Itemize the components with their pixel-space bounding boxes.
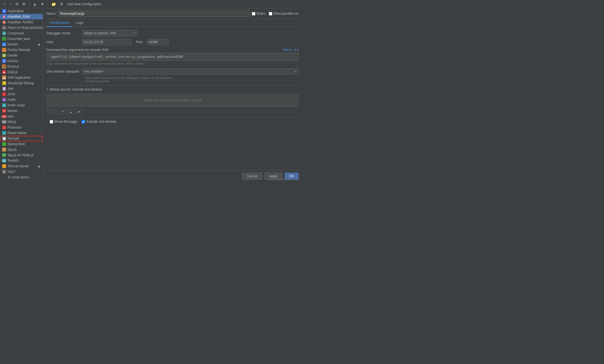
sidebar-item-remote[interactable]: ⬜Remote: [0, 136, 43, 141]
sidebar-item-javascript-debug[interactable]: JSJavaScript Debug: [0, 80, 43, 86]
remove-config-btn[interactable]: −: [8, 1, 13, 7]
host-port-row: Host: Port:: [46, 39, 299, 45]
sidebar-item-label-docker: Docker: [7, 42, 18, 46]
sidebar-item-maven[interactable]: mMaven: [0, 108, 43, 114]
share-label[interactable]: Share: [252, 12, 265, 16]
groovy-icon: G: [2, 59, 6, 63]
sidebar-item-protractor[interactable]: ⬡Protractor: [0, 125, 43, 130]
settings-btn[interactable]: ⚙: [21, 1, 27, 7]
main-content: AApplication🎯Arquillian JUnit🎯Arquillian…: [0, 8, 302, 182]
before-launch-remove-btn[interactable]: −: [53, 109, 59, 114]
spy-js-node-icon: 🔍: [2, 153, 6, 157]
sidebar-item-label-application: Application: [7, 9, 24, 13]
debugger-mode-row: Debugger mode: Attach to remote JVM: [46, 30, 299, 36]
parallel-checkbox[interactable]: [269, 12, 272, 16]
sidebar-item-label-arquillian-junit: Arquillian JUnit: [7, 15, 30, 19]
footer: Cancel Apply OK: [43, 170, 302, 182]
nwjs-icon: NW: [2, 120, 6, 124]
jdk-link[interactable]: JDK 5 – 8 ▾: [283, 48, 299, 52]
sidebar-item-firefox-remote[interactable]: 🦊Firefox Remote: [0, 47, 43, 53]
sidebar-item-label-kotlin: Kotlin: [7, 98, 16, 102]
module-select[interactable]: <no module>: [82, 68, 299, 75]
parallel-label[interactable]: Allow parallel run: [269, 12, 299, 16]
down-btn[interactable]: ▼: [39, 1, 45, 7]
sidebar-item-gruntjs[interactable]: 🐗Grunt.js: [0, 64, 43, 69]
bottom-options: Show this page Activate tool window: [46, 117, 299, 124]
up-btn[interactable]: ▲: [32, 1, 38, 7]
sidebar-item-groovy[interactable]: GGroovy: [0, 58, 43, 64]
sidebar-item-label-compound: Compound: [7, 31, 24, 35]
sidebar-item-react-native[interactable]: ⚛React Native: [0, 130, 43, 136]
sidebar-item-spy-js[interactable]: 🔍Spy-js: [0, 147, 43, 152]
show-page-checkbox[interactable]: [50, 120, 53, 124]
sidebar-item-application[interactable]: AApplication: [0, 8, 43, 14]
sidebar-item-tomcat-server[interactable]: 🐱Tomcat Server▶: [0, 163, 43, 169]
arquillian-junit-icon: 🎯: [2, 15, 6, 19]
sidebar-item-label-cucumber-java: Cucumber java: [7, 37, 30, 41]
tab-logs[interactable]: Logs: [73, 19, 87, 27]
sidebar-item-jest[interactable]: 🃏Jest: [0, 86, 43, 91]
folder-btn[interactable]: 📁: [50, 1, 57, 7]
sidebar-item-kotlin-script[interactable]: KKotlin script: [0, 102, 43, 108]
gruntjs-icon: 🐗: [2, 65, 6, 68]
toolbar: + − ⧉ ⚙ ▲ ▼ 📁 ⇅ Add New Configuration: [0, 0, 302, 8]
sidebar-item-nwjs[interactable]: NWNW.js: [0, 119, 43, 125]
cmd-label: Command line arguments for remote JVM:: [46, 48, 109, 52]
sidebar-item-testng[interactable]: NGTestNG: [0, 158, 43, 163]
sidebar-item-jar-application[interactable]: ☕JAR Application: [0, 75, 43, 80]
before-launch-up-btn[interactable]: ▲: [67, 109, 74, 114]
name-input[interactable]: [58, 11, 249, 17]
sidebar-item-npm[interactable]: npmnpm: [0, 114, 43, 119]
gradle-icon: 🐘: [2, 53, 6, 57]
cucumber-java-icon: 🥒: [2, 37, 6, 41]
cancel-button[interactable]: Cancel: [242, 173, 262, 180]
sidebar-item-docker[interactable]: 🐳Docker▶: [0, 42, 43, 47]
sidebar-item-kotlin[interactable]: KKotlin: [0, 97, 43, 102]
host-input[interactable]: [82, 39, 132, 45]
sidebar-item-label-spring-boot: Spring Boot: [7, 142, 25, 146]
debugger-mode-select[interactable]: Attach to remote JVM: [82, 30, 137, 36]
tab-configuration[interactable]: Configuration: [46, 19, 73, 27]
share-checkbox[interactable]: [252, 12, 255, 16]
sidebar-item-attach-nodejs[interactable]: ⬡Attach to Node.js/Chrome: [0, 25, 43, 30]
activate-window-checkbox[interactable]: [82, 120, 85, 124]
sidebar-item-label-maven: Maven: [7, 109, 17, 113]
sidebar-item-label-xslt: XSLT: [7, 170, 16, 174]
remote-icon: ⬜: [2, 137, 6, 140]
before-launch-down-btn[interactable]: ▼: [75, 109, 82, 114]
npm-icon: npm: [2, 114, 6, 118]
sidebar-item-cucumber-java[interactable]: 🥒Cucumber java: [0, 36, 43, 42]
sort-btn[interactable]: ⇅: [59, 1, 64, 7]
sidebar-item-label-kotlin-script: Kotlin script: [7, 103, 25, 107]
attach-nodejs-icon: ⬡: [2, 26, 6, 30]
show-page-label[interactable]: Show this page: [50, 120, 77, 124]
before-launch-header[interactable]: ▼ Before launch: Activate tool window: [46, 88, 299, 91]
sidebar-item-gradle[interactable]: 🐘Gradle: [0, 53, 43, 58]
tab-content: Debugger mode: Attach to remote JVM Host…: [43, 27, 302, 170]
arquillian-testng-icon: 🎯: [2, 20, 6, 24]
add-config-btn[interactable]: +: [2, 1, 7, 7]
sidebar-item-arquillian-testng[interactable]: 🎯Arquillian TestNG: [0, 19, 43, 25]
copy-config-btn[interactable]: ⧉: [14, 1, 19, 7]
before-launch-edit-btn[interactable]: ✎: [60, 109, 66, 114]
sidebar-item-arquillian-junit[interactable]: 🎯Arquillian JUnit: [0, 14, 43, 19]
module-classpath-row: Use module classpath: <no module>: [46, 68, 299, 75]
sidebar-item-spring-boot[interactable]: 🌿Spring Boot: [0, 141, 43, 147]
sidebar-item-label-arquillian-testng: Arquillian TestNG: [7, 20, 33, 24]
docker-arrow: ▶: [38, 43, 40, 46]
port-input[interactable]: [146, 39, 169, 45]
sidebar-item-spy-js-node[interactable]: 🔍Spy-js for Node.js: [0, 152, 43, 158]
activate-window-label[interactable]: Activate tool window: [82, 120, 116, 124]
sidebar-item-more-items[interactable]: 31 more items...: [0, 175, 43, 180]
tomcat-server-icon: 🐱: [2, 164, 6, 168]
sidebar-item-label-jest: Jest: [7, 87, 14, 91]
before-launch-add-btn[interactable]: +: [46, 109, 52, 114]
sidebar-item-compound[interactable]: ⊞Compound: [0, 30, 43, 36]
sidebar-item-label-firefox-remote: Firefox Remote: [7, 48, 30, 52]
sidebar-item-gulpjs[interactable]: ◆Gulp.js: [0, 69, 43, 75]
sidebar-item-label-more-items: 31 more items...: [7, 175, 31, 179]
tomcat-server-arrow: ▶: [38, 165, 40, 168]
sidebar-item-xslt[interactable]: XXSLT: [0, 169, 43, 175]
cmd-box: -agentlib:jdwp=transport=dt_socket,serve…: [46, 53, 299, 61]
sidebar-item-junit[interactable]: ✓JUnit: [0, 91, 43, 97]
